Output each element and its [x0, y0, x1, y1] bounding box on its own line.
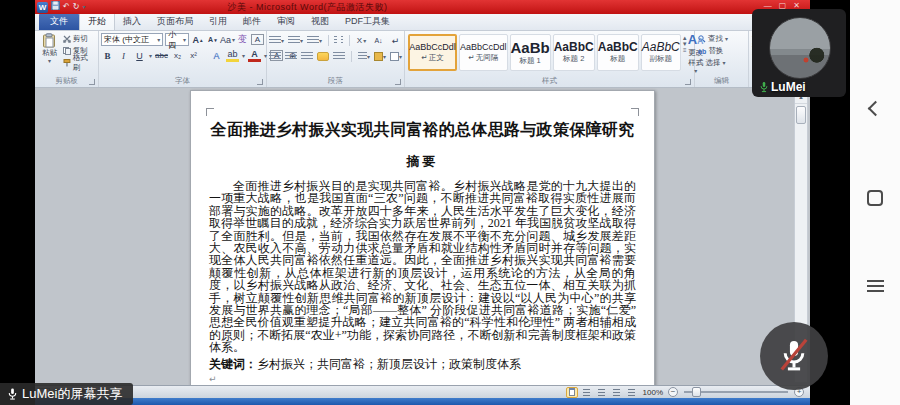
window-title: 沙美 - Microsoft Word(产品激活失败) [35, 1, 580, 14]
style-heading2[interactable]: AaBbC 标题 2 [553, 34, 595, 71]
styles-gallery-more-icon[interactable]: ≡ [683, 47, 687, 53]
tab-mailings[interactable]: 邮件 [235, 13, 269, 30]
paragraph-return-icon: ↵ [468, 53, 474, 62]
abstract-body: 全面推进乡村振兴目的是实现共同富裕。乡村振兴战略是党的十九大提出的一项重大战略，… [209, 180, 636, 354]
shrink-font-button[interactable]: A▾ [206, 33, 219, 46]
tab-review[interactable]: 审阅 [269, 13, 303, 30]
tab-insert[interactable]: 插入 [115, 13, 149, 30]
windows-taskbar[interactable] [35, 398, 810, 405]
clipboard-icon [42, 33, 56, 48]
scissors-icon [63, 35, 71, 43]
print-layout-view-button[interactable] [566, 387, 578, 398]
mic-icon [7, 387, 18, 401]
select-button[interactable]: ▷ 选择▾ [697, 57, 746, 69]
web-layout-view-button[interactable] [596, 387, 608, 398]
underline-dropdown-icon[interactable]: ▾ [149, 53, 152, 59]
line-spacing-button[interactable]: ▾ [358, 52, 370, 61]
tab-file[interactable]: 文件 [39, 13, 79, 30]
editing-group: 查找▾ ab 替换 ▷ 选择▾ 编辑 [695, 31, 749, 87]
multilevel-list-button[interactable]: ▾ [307, 36, 322, 45]
format-painter-button[interactable]: 格式刷 [62, 57, 96, 69]
paragraph-mark: ↵ [209, 374, 636, 384]
change-case-button[interactable]: Aa▾ [221, 33, 234, 46]
tab-page-layout[interactable]: 页面布局 [149, 13, 201, 30]
distribute-icon[interactable] [333, 52, 345, 61]
shading-button[interactable]: ▾ [374, 52, 386, 61]
chevron-down-icon: ▾ [183, 37, 186, 43]
font-name-combo[interactable]: 宋体 (中文正▾ [101, 33, 163, 46]
character-border-icon[interactable]: A [251, 34, 264, 45]
screen-share-label: LuMei的屏幕共享 [22, 385, 122, 403]
replace-button[interactable]: ab 替换 [697, 45, 746, 57]
increase-indent-icon[interactable] [341, 36, 343, 45]
screen: W ↶ ↻ ▾ 沙美 - Microsoft Word(产品激活失败) — ▢ … [0, 0, 900, 405]
home-icon[interactable] [867, 190, 883, 206]
keywords-label: 关键词： [209, 357, 257, 371]
style-heading1[interactable]: AaBb 标题 1 [510, 34, 551, 71]
participant-name: LuMei [771, 80, 806, 94]
style-normal[interactable]: AaBbCcDdl ↵正文 [408, 34, 457, 71]
styles-dialog-launcher-icon[interactable] [685, 79, 691, 85]
tab-view[interactable]: 视图 [303, 13, 337, 30]
tab-home[interactable]: 开始 [79, 12, 115, 30]
font-dialog-launcher-icon[interactable] [257, 79, 263, 85]
font-color-icon[interactable]: A [248, 50, 261, 62]
word-window: W ↶ ↻ ▾ 沙美 - Microsoft Word(产品激活失败) — ▢ … [35, 0, 810, 398]
find-button[interactable]: 查找▾ [697, 33, 746, 45]
zoom-level[interactable]: 100% [643, 388, 663, 397]
borders-button[interactable]: ▾ [390, 52, 402, 61]
text-effects-icon[interactable]: A [210, 49, 223, 62]
phonetic-guide-icon[interactable]: 变 [236, 33, 249, 46]
justify-icon[interactable] [317, 52, 329, 61]
tab-references[interactable]: 引用 [201, 13, 235, 30]
asian-layout-icon[interactable]: X▾ [355, 34, 368, 47]
back-icon[interactable] [867, 101, 883, 117]
scrollbar-thumb[interactable] [796, 106, 806, 124]
style-title[interactable]: AaBbC 标题 [597, 34, 639, 71]
mic-on-icon [759, 81, 769, 93]
copy-icon [63, 47, 71, 55]
mic-muted-icon [777, 337, 811, 375]
clipboard-dialog-launcher-icon[interactable] [89, 79, 95, 85]
align-center-icon[interactable] [285, 52, 297, 61]
strikethrough-button[interactable]: abc [155, 49, 168, 62]
sort-icon[interactable]: A↓ [372, 34, 385, 47]
show-marks-icon[interactable]: ↵ [389, 34, 402, 47]
participant-video-tile[interactable]: LuMei [752, 9, 846, 97]
paragraph-dialog-launcher-icon[interactable] [395, 79, 401, 85]
microphone-mute-button[interactable] [760, 322, 828, 390]
zoom-slider[interactable] [684, 391, 788, 393]
style-no-spacing[interactable]: AaBbCcDdl ↵无间隔 [459, 34, 508, 71]
zoom-slider-thumb[interactable] [692, 387, 701, 397]
android-navigation-bar [850, 0, 900, 405]
align-right-icon[interactable] [301, 52, 313, 61]
style-subtitle[interactable]: AaBbC 副标题 [641, 34, 681, 71]
fullscreen-reading-view-button[interactable] [581, 387, 593, 398]
font-size-combo[interactable]: 小四▾ [165, 33, 189, 46]
bullets-button[interactable]: ▾ [269, 36, 284, 45]
subscript-button[interactable]: x₂ [171, 49, 184, 62]
recents-icon[interactable] [867, 280, 884, 292]
align-left-icon[interactable] [269, 52, 281, 61]
italic-button[interactable]: I [117, 49, 130, 62]
bold-button[interactable]: B [101, 49, 114, 62]
styles-group: AaBbCcDdl ↵正文 AaBbCcDdl ↵无间隔 AaBb 标题 1 A… [405, 31, 695, 87]
tab-pdf-tools[interactable]: PDF工具集 [337, 13, 398, 30]
outline-view-button[interactable] [611, 387, 623, 398]
cut-button[interactable]: 剪切 [62, 33, 96, 45]
draft-view-button[interactable] [626, 387, 638, 398]
superscript-button[interactable]: x² [187, 49, 200, 62]
grow-font-button[interactable]: A▴ [191, 33, 204, 46]
clipboard-group: 粘贴 ▾ 剪切 复制 格式刷 [35, 31, 99, 87]
highlight-color-icon[interactable]: ab [226, 50, 239, 62]
underline-button[interactable]: U [133, 49, 146, 62]
decrease-indent-icon[interactable] [334, 36, 336, 45]
participant-video-thumbnail [769, 17, 831, 79]
keywords-text: 乡村振兴；共同富裕；新顶层设计；政策制度体系 [257, 357, 521, 371]
ribbon-tabs: 文件 开始 插入 页面布局 引用 邮件 审阅 视图 PDF工具集 [35, 14, 810, 31]
numbering-button[interactable]: ▾ [288, 36, 303, 45]
document-page[interactable]: 全面推进乡村振兴实现共同富裕的总体思路与政策保障研究 摘要 全面推进乡村振兴目的… [190, 90, 655, 385]
ribbon: 粘贴 ▾ 剪切 复制 格式刷 [35, 31, 810, 88]
paste-button[interactable]: 粘贴 ▾ [37, 33, 62, 64]
zoom-out-button[interactable]: − [668, 387, 678, 397]
